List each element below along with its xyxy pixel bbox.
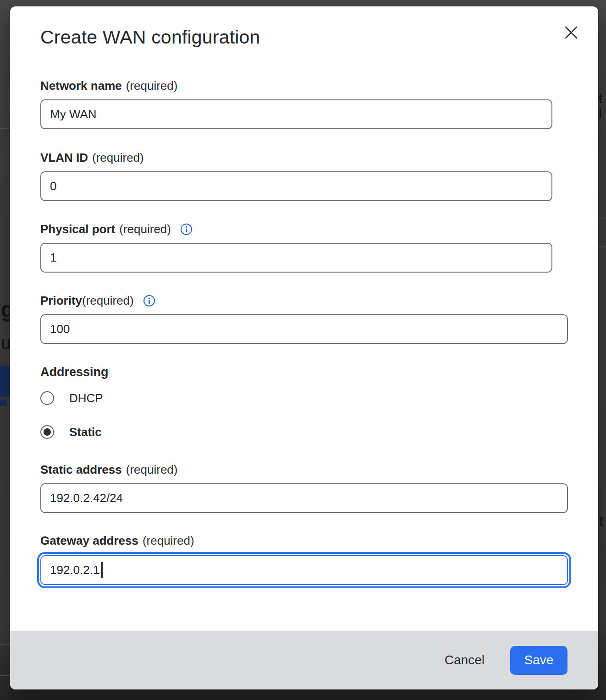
network-name-group: Network name (required) <box>40 78 568 129</box>
dialog-body: Network name (required) VLAN ID (require… <box>10 6 598 585</box>
screen: g u t l t Create WAN configuration Netwo… <box>0 0 606 700</box>
dialog-footer: Cancel Save <box>10 631 598 689</box>
background-text-fragment: t l <box>599 91 606 122</box>
info-icon[interactable] <box>143 295 155 307</box>
physical-port-label: Physical port <box>40 222 115 236</box>
cancel-button[interactable]: Cancel <box>442 648 487 672</box>
create-wan-configuration-dialog: Create WAN configuration Network name (r… <box>10 6 598 689</box>
addressing-heading: Addressing <box>40 364 568 380</box>
vlan-id-group: VLAN ID (required) <box>40 150 568 201</box>
priority-input[interactable] <box>40 314 568 344</box>
static-address-group: Static address (required) <box>40 462 568 513</box>
radio-checked-icon[interactable] <box>40 425 54 439</box>
gateway-address-input[interactable] <box>40 555 568 585</box>
background-divider <box>0 644 10 645</box>
required-hint: (required) <box>143 534 194 548</box>
network-name-label: Network name <box>40 79 122 93</box>
required-hint: (required) <box>119 222 171 236</box>
static-address-label: Static address <box>40 463 122 477</box>
addressing-option-dhcp[interactable]: DHCP <box>40 391 568 405</box>
priority-label: Priority <box>40 294 82 308</box>
background-divider <box>598 246 606 247</box>
background-divider <box>598 218 606 219</box>
addressing-option-static[interactable]: Static <box>40 425 568 439</box>
background-button-fragment <box>0 399 6 406</box>
required-hint: (required) <box>126 463 178 477</box>
background-text-fragment: t <box>599 512 603 530</box>
static-radio-label: Static <box>69 425 102 439</box>
physical-port-group: Physical port (required) <box>40 221 568 273</box>
network-name-input[interactable] <box>40 99 552 129</box>
background-button-fragment <box>0 366 11 397</box>
radio-unchecked-icon[interactable] <box>40 391 54 405</box>
gateway-address-label: Gateway address <box>40 534 138 548</box>
priority-group: Priority (required) <box>40 293 568 344</box>
physical-port-input[interactable] <box>40 243 552 273</box>
static-address-input[interactable] <box>40 483 568 513</box>
background-divider <box>0 128 10 129</box>
required-hint: (required) <box>92 151 144 165</box>
background-text-fragment: u <box>1 333 11 353</box>
info-icon[interactable] <box>180 223 193 235</box>
gateway-address-group: Gateway address (required) <box>40 533 568 585</box>
vlan-id-input[interactable] <box>40 171 552 201</box>
required-hint: (required) <box>82 294 134 308</box>
text-cursor <box>101 562 103 578</box>
vlan-id-label: VLAN ID <box>40 151 88 165</box>
required-hint: (required) <box>126 79 178 93</box>
background-divider <box>0 675 10 676</box>
dhcp-radio-label: DHCP <box>69 391 103 405</box>
save-button[interactable]: Save <box>510 646 567 675</box>
